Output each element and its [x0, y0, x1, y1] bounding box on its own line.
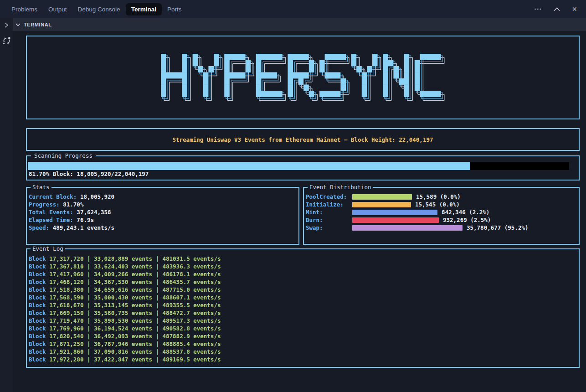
event-log-row: Block 17,518,380 | 34,659,616 events | 4… — [29, 286, 579, 294]
progress-box-title: Scanning Progress — [31, 152, 96, 160]
distribution-row: PoolCreated:15,589 (0.0%) — [306, 193, 579, 201]
log-row-values: 17,367,810 | 33,624,403 events | 483936.… — [46, 263, 221, 270]
stat-row: Current Block: 18,005,920 — [29, 193, 298, 201]
log-row-values: 17,972,280 | 37,422,847 events | 489169.… — [46, 356, 221, 363]
distribution-bar — [352, 225, 463, 231]
log-block-word: Block — [29, 286, 46, 293]
event-log-row: Block 17,921,860 | 37,090,816 events | 4… — [29, 348, 579, 356]
event-log-row: Block 17,719,470 | 35,898,530 events | 4… — [29, 317, 579, 325]
event-log-row: Block 17,317,720 | 33,028,889 events | 4… — [29, 255, 579, 263]
distribution-value: 35,780,677 (95.2%) — [467, 224, 528, 231]
event-log-row: Block 17,468,120 | 34,367,530 events | 4… — [29, 278, 579, 286]
log-block-word: Block — [29, 279, 46, 285]
hypersync-ascii-banner — [161, 54, 445, 101]
stats-distribution-row: Stats Current Block: 18,005,920Progress:… — [26, 187, 580, 245]
tabbar-actions: ··· × — [534, 5, 586, 13]
tab-problems[interactable]: Problems — [6, 3, 43, 15]
distribution-bar — [352, 202, 411, 207]
expand-chevron-icon[interactable] — [4, 22, 9, 30]
panel-title: TERMINAL — [24, 22, 52, 27]
log-block-word: Block — [29, 271, 46, 278]
distribution-row: Burn:932,269 (2.5%) — [306, 216, 579, 224]
tab-terminal[interactable]: Terminal — [126, 3, 162, 15]
log-block-word: Block — [29, 294, 46, 301]
log-row-values: 17,871,250 | 36,787,946 events | 488885.… — [46, 340, 221, 347]
event-log-row: Block 17,972,280 | 37,422,847 events | 4… — [29, 356, 579, 363]
stat-label: Elapsed Time: — [29, 217, 73, 223]
distribution-bar — [352, 210, 437, 215]
progress-bar-fill — [28, 162, 470, 170]
stats-rows: Current Block: 18,005,920Progress: 81.70… — [29, 193, 298, 232]
event-log-row: Block 17,871,250 | 36,787,946 events | 4… — [29, 340, 579, 348]
log-row-values: 17,921,860 | 37,090,816 events | 488537.… — [46, 348, 221, 355]
distribution-row: Swap:35,780,677 (95.2%) — [306, 224, 579, 232]
panel-tabs: ProblemsOutputDebug ConsoleTerminalPorts — [0, 3, 187, 15]
log-row-values: 17,719,470 | 35,898,530 events | 489517.… — [46, 317, 221, 324]
tab-output[interactable]: Output — [43, 3, 72, 15]
log-row-values: 17,518,380 | 34,659,616 events | 487715.… — [46, 286, 221, 293]
distribution-value: 842,346 (2.2%) — [442, 209, 489, 216]
stats-box-title: Stats — [31, 184, 51, 191]
distribution-bar — [352, 194, 412, 200]
vscode-bottom-panel: ProblemsOutputDebug ConsoleTerminalPorts… — [0, 0, 586, 392]
distribution-box-title: Event Distribution — [308, 184, 373, 191]
stat-label: Total Events: — [29, 209, 73, 216]
event-log-box: Event Log Block 17,317,720 | 33,028,889 … — [26, 248, 580, 368]
stat-value: 18,005,920 — [77, 193, 114, 200]
distribution-bar — [352, 217, 439, 223]
stat-row: Progress: 81.70% — [29, 201, 298, 208]
log-row-values: 17,468,120 | 34,367,530 events | 486435.… — [46, 279, 221, 285]
log-block-word: Block — [29, 325, 46, 332]
terminal-viewport[interactable]: Streaming Uniswap V3 Events from Ethereu… — [13, 31, 586, 392]
log-row-values: 17,820,540 | 36,492,093 events | 487882.… — [46, 333, 221, 340]
panel-column: TERMINAL Streaming Uniswap V3 Events fro… — [13, 18, 586, 392]
distribution-rows: PoolCreated:15,589 (0.0%)Initialize:15,5… — [306, 193, 579, 232]
distribution-label: Initialize: — [306, 201, 352, 208]
event-log-row: Block 17,769,960 | 36,194,524 events | 4… — [29, 325, 579, 332]
log-block-word: Block — [29, 263, 46, 270]
tab-debug-console[interactable]: Debug Console — [72, 3, 126, 15]
stat-row: Elapsed Time: 76.9s — [29, 216, 298, 224]
log-block-word: Block — [29, 309, 46, 316]
stat-label: Current Block: — [29, 193, 77, 200]
progress-bar-track — [28, 162, 569, 170]
progress-label: 81.70% Block: 18,005,920/22,040,197 — [28, 170, 579, 177]
event-log-row: Block 17,669,150 | 35,580,735 events | 4… — [29, 309, 579, 317]
distribution-label: Burn: — [306, 217, 352, 223]
stat-value: 81.70% — [60, 201, 84, 208]
scanning-progress-box: Scanning Progress 81.70% Block: 18,005,9… — [26, 155, 580, 181]
maximize-panel-icon[interactable] — [554, 7, 560, 11]
stat-row: Speed: 489,243.1 events/s — [29, 224, 298, 232]
stat-value: 489,243.1 events/s — [49, 224, 114, 231]
event-log-row: Block 17,417,960 | 34,009,266 events | 4… — [29, 270, 579, 278]
log-block-word: Block — [29, 356, 46, 363]
stats-box: Stats Current Block: 18,005,920Progress:… — [26, 187, 299, 245]
more-actions-icon[interactable]: ··· — [534, 6, 542, 12]
distribution-value: 15,545 (0.0%) — [415, 201, 460, 208]
panel-tabbar: ProblemsOutputDebug ConsoleTerminalPorts… — [0, 0, 586, 18]
distribution-row: Mint:842,346 (2.2%) — [306, 208, 579, 216]
event-log-rows: Block 17,317,720 | 33,028,889 events | 4… — [29, 255, 579, 363]
distribution-row: Initialize:15,545 (0.0%) — [306, 201, 579, 208]
panel-header: TERMINAL — [13, 18, 586, 31]
distribution-label: Mint: — [306, 209, 352, 216]
banner-box — [26, 36, 580, 119]
collapse-chevron-icon[interactable] — [15, 23, 21, 26]
side-strip — [0, 18, 13, 392]
sync-extension-icon[interactable] — [2, 36, 11, 47]
tab-ports[interactable]: Ports — [162, 3, 187, 15]
log-box-title: Event Log — [31, 245, 65, 253]
stat-row: Total Events: 37,624,358 — [29, 208, 298, 216]
log-row-values: 17,618,670 | 35,313,145 events | 489355.… — [46, 302, 221, 309]
event-log-row: Block 17,618,670 | 35,313,145 events | 4… — [29, 301, 579, 309]
log-block-word: Block — [29, 255, 46, 262]
log-block-word: Block — [29, 340, 46, 347]
log-block-word: Block — [29, 333, 46, 340]
stream-subtitle: Streaming Uniswap V3 Events from Ethereu… — [173, 136, 433, 143]
distribution-value: 932,269 (2.5%) — [443, 217, 491, 223]
event-log-row: Block 17,367,810 | 33,624,403 events | 4… — [29, 263, 579, 270]
stat-value: 37,624,358 — [73, 209, 111, 216]
log-row-values: 17,317,720 | 33,028,889 events | 481031.… — [46, 255, 221, 262]
close-panel-icon[interactable]: × — [572, 5, 577, 13]
distribution-value: 15,589 (0.0%) — [416, 193, 461, 200]
